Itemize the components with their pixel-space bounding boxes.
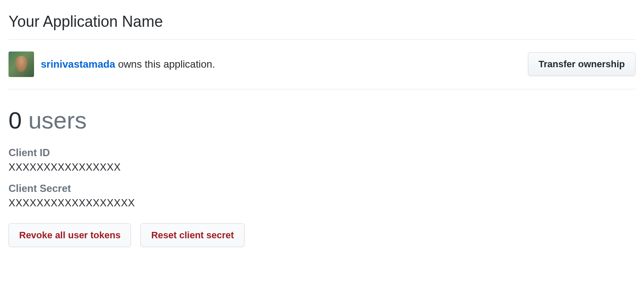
owner-info: srinivastamada owns this application. [9,51,215,77]
divider [9,89,635,89]
danger-actions-row: Revoke all user tokens Reset client secr… [9,223,635,247]
client-id-block: Client ID XXXXXXXXXXXXXXXX [9,147,635,173]
app-settings-panel: Your Application Name srinivastamada own… [9,13,635,247]
avatar [9,51,34,77]
client-secret-value: XXXXXXXXXXXXXXXXXX [9,197,635,209]
reset-secret-button[interactable]: Reset client secret [140,223,244,247]
owns-application-text: owns this application. [115,58,215,70]
users-stat: 0 users [9,106,635,134]
users-count: 0 [9,107,22,134]
client-id-value: XXXXXXXXXXXXXXXX [9,161,635,173]
client-secret-label: Client Secret [9,183,635,194]
users-label: users [22,107,87,134]
owner-text: srinivastamada owns this application. [41,58,215,70]
client-secret-block: Client Secret XXXXXXXXXXXXXXXXXX [9,183,635,209]
revoke-tokens-button[interactable]: Revoke all user tokens [9,223,131,247]
page-title: Your Application Name [9,13,635,31]
owner-row: srinivastamada owns this application. Tr… [9,40,635,89]
transfer-ownership-button[interactable]: Transfer ownership [528,52,635,76]
owner-username-link[interactable]: srinivastamada [41,58,115,70]
client-id-label: Client ID [9,147,635,159]
